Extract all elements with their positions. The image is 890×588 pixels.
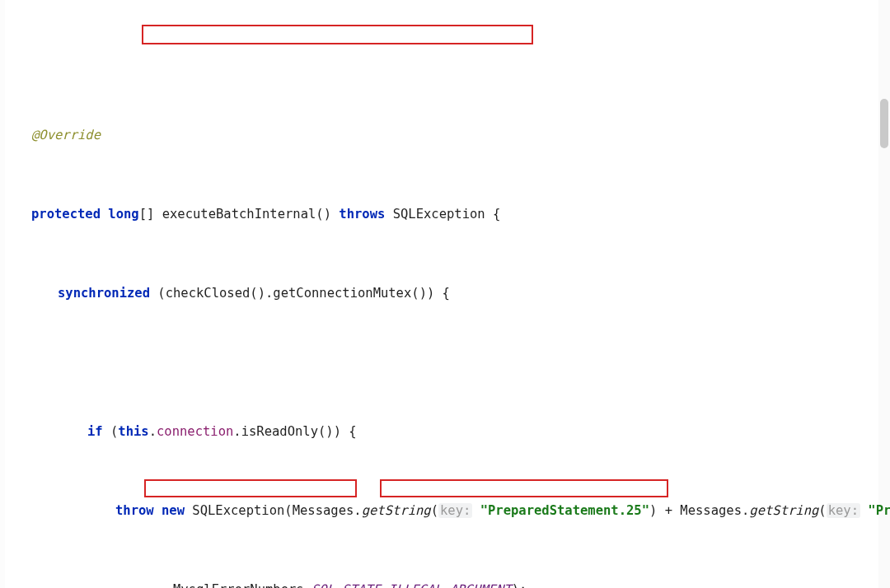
code-line[interactable]: if (this.connection.isReadOnly()) { <box>0 422 890 441</box>
code-line[interactable]: MysqlErrorNumbers.SQL_STATE_ILLEGAL_ARGU… <box>0 580 890 588</box>
code-line[interactable]: protected long[] executeBatchInternal() … <box>0 204 890 224</box>
method-name: executeBatchInternal <box>162 207 316 222</box>
blank-line <box>0 343 890 362</box>
code-line[interactable]: @Override <box>0 125 890 145</box>
code-line[interactable]: throw new SQLException(Messages.getStrin… <box>0 501 890 520</box>
annotation-box-rewrite-batched <box>380 479 668 497</box>
annotation-box-batch-plain <box>144 479 357 497</box>
code-line[interactable]: synchronized (checkClosed().getConnectio… <box>0 283 890 303</box>
inlay-hint: key: <box>438 503 472 518</box>
annotation: @Override <box>31 128 101 142</box>
annotation-box-method-signature <box>142 25 533 44</box>
inlay-hint: key: <box>827 503 860 518</box>
code-editor[interactable]: @Override protected long[] executeBatchI… <box>0 0 890 588</box>
